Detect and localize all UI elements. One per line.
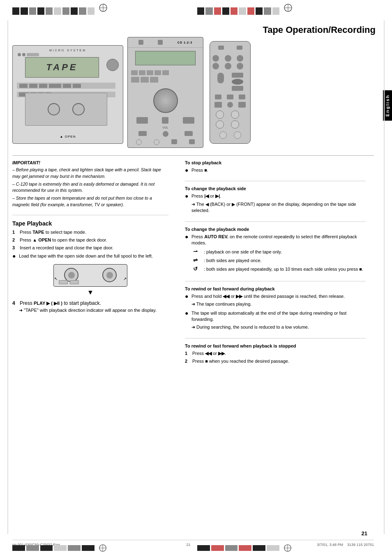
bottom-bar-left bbox=[12, 545, 95, 551]
cd-rect-2[interactable] bbox=[189, 139, 195, 144]
tape-arrow-down-icon: ▼ bbox=[87, 289, 94, 296]
bot-bar-seg bbox=[68, 545, 81, 551]
rewind-ff-stopped-title: To rewind or fast forward when playback … bbox=[185, 343, 366, 348]
cd-nav-btn-right[interactable] bbox=[183, 117, 194, 124]
remote-num-4[interactable] bbox=[212, 63, 219, 69]
remote-num-3[interactable] bbox=[237, 55, 243, 62]
stop-playback-section: To stop playback ● Press ■. bbox=[185, 160, 366, 173]
right-divider-4 bbox=[185, 338, 366, 339]
right-divider-2 bbox=[185, 221, 366, 222]
ctrl-btn-2[interactable] bbox=[29, 84, 37, 88]
volume-knob[interactable] bbox=[106, 59, 119, 71]
remote-vol-btn[interactable] bbox=[217, 73, 224, 83]
remote-circle-2[interactable] bbox=[231, 111, 239, 119]
ctrl-btn-4[interactable] bbox=[49, 84, 61, 88]
cd-extra-1[interactable] bbox=[138, 131, 147, 136]
cd-rect-1[interactable] bbox=[171, 139, 177, 144]
cd-btn-8[interactable] bbox=[150, 77, 158, 83]
cd-btn-7[interactable] bbox=[141, 77, 149, 83]
bot-bar-seg bbox=[197, 545, 210, 551]
cd-btn-2[interactable] bbox=[139, 70, 145, 75]
remote-num-1[interactable] bbox=[212, 55, 219, 62]
mode-list: ⇀ : playback on one side of the tape onl… bbox=[193, 248, 366, 273]
cd-nav-btn-left[interactable] bbox=[136, 117, 148, 124]
reel-left-inner bbox=[68, 272, 75, 279]
bar-seg bbox=[264, 7, 271, 15]
bar-seg bbox=[247, 7, 254, 15]
remote-num-5[interactable] bbox=[225, 63, 231, 69]
stop-press-text: Press ■. bbox=[191, 167, 208, 173]
cd-circle-2 bbox=[154, 139, 159, 145]
remote-src-3[interactable] bbox=[238, 102, 246, 108]
ctrl-btn-6[interactable] bbox=[73, 84, 81, 88]
crosshair-bottom-right-icon bbox=[284, 544, 292, 553]
remote-btn-top-2[interactable] bbox=[237, 46, 242, 50]
remote-nav-col bbox=[232, 73, 243, 91]
ctrl-btn-3[interactable] bbox=[39, 84, 47, 88]
remote-src-1[interactable] bbox=[214, 102, 222, 108]
cd-nav-btn-stop[interactable] bbox=[162, 117, 168, 124]
device-main-label: MICRO SYSTEM bbox=[49, 49, 86, 52]
mode-icon-3: ↺ bbox=[193, 265, 201, 274]
remote-ff[interactable] bbox=[239, 94, 245, 99]
rewind-result-1: ➜ The tape continues playing. bbox=[191, 301, 366, 307]
mode-desc-2: : both sides are played once. bbox=[204, 257, 262, 265]
remote-num-2[interactable] bbox=[225, 55, 231, 62]
cd-btn-stop[interactable] bbox=[158, 40, 163, 45]
bot-bar-seg bbox=[54, 545, 67, 551]
cd-circle-1 bbox=[136, 139, 142, 145]
cd-bottom-row bbox=[128, 138, 203, 146]
cd-top-row: CD 1-2-3 bbox=[128, 37, 203, 48]
cd-extra-3[interactable] bbox=[184, 131, 193, 136]
tape-bullet-item: ● Load the tape with the open side down … bbox=[12, 253, 168, 259]
change-mode-bullet-icon: ● bbox=[185, 234, 190, 240]
cd-btn-group2 bbox=[131, 77, 200, 83]
cd-btn-5[interactable] bbox=[162, 70, 169, 75]
bar-seg bbox=[214, 7, 221, 15]
cd-btn-4[interactable] bbox=[154, 70, 161, 75]
remote-nav-up[interactable] bbox=[232, 73, 243, 78]
remote-rew[interactable] bbox=[215, 94, 221, 99]
remote-btn-top-1[interactable] bbox=[218, 46, 224, 50]
tape-reel-right bbox=[102, 268, 117, 282]
cd-btn-1[interactable] bbox=[131, 70, 138, 75]
remote-circle-4[interactable] bbox=[231, 120, 239, 129]
remote-num-6[interactable] bbox=[237, 63, 243, 69]
rewind-text-2: The tape will stop automatically at the … bbox=[191, 310, 366, 323]
important-item-2: – C-120 tape is extremely thin and is ea… bbox=[12, 181, 168, 194]
cd-tuner-section bbox=[128, 69, 203, 86]
cd-dial[interactable] bbox=[153, 88, 178, 113]
remote-circle-3[interactable] bbox=[216, 120, 224, 129]
remote-bot-2[interactable] bbox=[234, 131, 241, 139]
remote-stop[interactable] bbox=[227, 94, 233, 99]
ctrl-btn-5[interactable] bbox=[63, 84, 71, 88]
change-side-press-item: ● Press |◀ or ▶|. bbox=[185, 193, 366, 199]
cd-extra-2[interactable] bbox=[163, 131, 168, 137]
step-2-text: Press ▲ OPEN to open the tape deck door. bbox=[20, 237, 107, 243]
remote-bottom-row bbox=[210, 130, 250, 140]
remote-circle-1[interactable] bbox=[216, 111, 224, 119]
crosshair-bottom-left-icon bbox=[99, 544, 107, 553]
rewind-bullet-1-icon: ● bbox=[185, 293, 190, 299]
remote-src-2[interactable] bbox=[227, 102, 233, 108]
cd-btn-6[interactable] bbox=[131, 77, 139, 83]
cd-extra-btns bbox=[128, 130, 203, 138]
cd-btn-play[interactable] bbox=[138, 40, 143, 45]
bar-seg bbox=[71, 7, 78, 15]
cd-btn-group bbox=[131, 70, 200, 75]
remote-nav-center[interactable] bbox=[232, 79, 243, 85]
rewind-ff-stopped-section: To rewind or fast forward when playback … bbox=[185, 343, 366, 365]
mode-item-3: ↺ : both sides are played repeatedly, up… bbox=[193, 265, 366, 274]
bar-seg bbox=[12, 7, 19, 15]
remote-bot-1[interactable] bbox=[219, 131, 227, 139]
bar-seg bbox=[231, 7, 238, 15]
bar-seg bbox=[21, 7, 28, 15]
mode-icon-2: ⇌ bbox=[193, 256, 201, 265]
footer-right: 3/7/01, 3:48 PM 3139 115 20751 bbox=[317, 543, 374, 547]
bot-bar-seg bbox=[211, 545, 224, 551]
step-1-text: Press TAPE to select tape mode. bbox=[20, 229, 86, 235]
open-label[interactable]: ▲ OPEN bbox=[60, 135, 76, 138]
ctrl-btn-1[interactable] bbox=[19, 84, 28, 88]
cd-btn-3[interactable] bbox=[147, 70, 153, 75]
remote-nav-down[interactable] bbox=[232, 86, 243, 91]
